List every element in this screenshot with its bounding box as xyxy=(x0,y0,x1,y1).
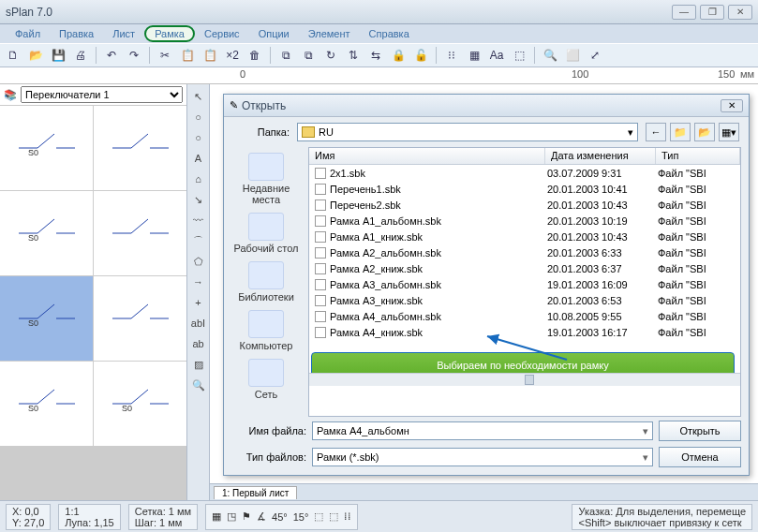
toolbar-button[interactable]: ▦ xyxy=(465,46,483,65)
minimize-button[interactable]: — xyxy=(672,5,696,20)
toolbar-button[interactable]: 📋 xyxy=(201,46,219,65)
file-row[interactable]: Перечень2.sbk20.01.2003 10:43Файл "SBI xyxy=(309,197,740,213)
tool-button[interactable]: ⌂ xyxy=(189,170,208,187)
file-list[interactable]: Имя Дата изменения Тип 2x1.sbk03.07.2009… xyxy=(308,147,741,417)
library-item[interactable]: S0 xyxy=(0,106,93,190)
menu-элемент[interactable]: Элемент xyxy=(299,26,360,41)
menu-файл[interactable]: Файл xyxy=(6,26,50,41)
library-item[interactable]: S0 xyxy=(0,276,93,361)
status-tool[interactable]: ⁞⁞ xyxy=(344,510,351,523)
toolbar-button[interactable]: ↶ xyxy=(102,46,121,65)
col-date[interactable]: Дата изменения xyxy=(545,148,656,164)
toolbar-button[interactable]: ⬜ xyxy=(563,46,582,65)
folder-combo[interactable]: RU ▾ xyxy=(297,123,638,141)
menu-сервис[interactable]: Сервис xyxy=(195,26,249,41)
tool-button[interactable]: A xyxy=(189,150,208,167)
toolbar-button[interactable]: 🔍 xyxy=(541,46,559,65)
place-item[interactable]: Библиотеки xyxy=(230,259,302,304)
tool-button[interactable]: 🔍 xyxy=(189,377,208,393)
dialog-close-button[interactable]: ✕ xyxy=(721,99,743,112)
toolbar-button[interactable]: ⬚ xyxy=(510,46,528,65)
tool-button[interactable]: ab xyxy=(189,335,208,352)
file-row[interactable]: Перечень1.sbk20.01.2003 10:41Файл "SBI xyxy=(309,181,740,197)
close-button[interactable]: ✕ xyxy=(728,5,752,20)
tool-button[interactable]: abI xyxy=(189,315,208,332)
sheet-tab[interactable]: 1: Первый лист xyxy=(214,486,297,499)
library-item[interactable]: S0 xyxy=(94,362,186,446)
library-item[interactable]: S0 xyxy=(0,362,93,446)
file-row[interactable]: Рамка А1_альбомн.sbk20.01.2003 10:19Файл… xyxy=(309,213,740,229)
toolbar-button[interactable]: 🗋 xyxy=(4,46,22,65)
col-type[interactable]: Тип xyxy=(656,148,740,164)
toolbar-button[interactable]: 🔓 xyxy=(411,46,430,65)
maximize-button[interactable]: ❐ xyxy=(700,5,724,20)
file-row[interactable]: Рамка А4_альбомн.sbk10.08.2005 9:55Файл … xyxy=(309,308,740,324)
toolbar-button[interactable]: ⇆ xyxy=(366,46,385,65)
file-row[interactable]: 2x1.sbk03.07.2009 9:31Файл "SBI xyxy=(309,165,740,181)
file-row[interactable]: Рамка А3_альбомн.sbk19.01.2003 16:09Файл… xyxy=(309,276,740,292)
toolbar-button[interactable]: 🔒 xyxy=(389,46,408,65)
tool-button[interactable]: ⬠ xyxy=(189,253,208,270)
menu-опции[interactable]: Опции xyxy=(249,26,299,41)
col-name[interactable]: Имя xyxy=(309,148,545,164)
file-row[interactable]: Рамка А3_книж.sbk20.01.2003 6:53Файл "SB… xyxy=(309,292,740,308)
tool-button[interactable]: ↘ xyxy=(189,191,208,208)
menu-рамка[interactable]: Рамка xyxy=(144,25,195,42)
library-select[interactable]: Переключатели 1 xyxy=(21,86,183,103)
file-row[interactable]: Рамка А2_альбомн.sbk20.01.2003 6:33Файл … xyxy=(309,244,740,260)
status-tool[interactable]: ⬚ xyxy=(314,510,323,523)
open-button[interactable]: Открыть xyxy=(659,421,741,441)
tool-button[interactable]: ▨ xyxy=(189,356,208,373)
toolbar-button[interactable]: ⧉ xyxy=(299,46,318,65)
filetype-combo[interactable]: Рамки (*.sbk) xyxy=(312,448,653,466)
toolbar-button[interactable]: ✂ xyxy=(156,46,174,65)
tool-button[interactable]: + xyxy=(189,294,208,311)
tool-button[interactable]: ○ xyxy=(189,129,208,146)
toolbar-button[interactable]: ↷ xyxy=(125,46,143,65)
toolbar-button[interactable]: Aa xyxy=(487,46,506,65)
toolbar-button[interactable]: 📋 xyxy=(178,46,197,65)
toolbar-button[interactable]: ⁝⁝ xyxy=(442,46,461,65)
toolbar-button[interactable]: ⧉ xyxy=(276,46,295,65)
toolbar-button[interactable]: ⇅ xyxy=(344,46,363,65)
status-tool[interactable]: ∡ xyxy=(257,510,266,523)
place-item[interactable]: Рабочий стол xyxy=(230,211,302,256)
tool-button[interactable]: ⌒ xyxy=(189,232,208,249)
tool-button[interactable]: ↖ xyxy=(189,88,208,105)
back-button[interactable]: ← xyxy=(646,123,666,141)
tool-button[interactable]: ○ xyxy=(189,109,208,126)
library-item[interactable] xyxy=(94,276,186,361)
place-item[interactable]: Недавние места xyxy=(230,151,302,207)
tool-button[interactable]: 〰 xyxy=(189,212,208,229)
place-item[interactable]: Компьютер xyxy=(230,308,302,353)
library-item[interactable] xyxy=(94,191,186,275)
menu-правка[interactable]: Правка xyxy=(50,26,103,41)
file-row[interactable]: Рамка А1_книж.sbk20.01.2003 10:43Файл "S… xyxy=(309,229,740,244)
status-tool[interactable]: ⚑ xyxy=(242,510,251,523)
toolbar-button[interactable]: ⤢ xyxy=(586,46,604,65)
status-tool[interactable]: 15° xyxy=(293,511,309,523)
status-tool[interactable]: ▦ xyxy=(212,510,221,523)
toolbar-button[interactable]: ×2 xyxy=(223,46,242,65)
toolbar-button[interactable]: 🖨 xyxy=(71,46,90,65)
toolbar-button[interactable]: ↻ xyxy=(321,46,340,65)
library-item[interactable] xyxy=(94,106,186,190)
up-button[interactable]: 📁 xyxy=(670,123,691,141)
status-tool[interactable]: 45° xyxy=(272,511,288,523)
toolbar-button[interactable]: 🗑 xyxy=(245,46,264,65)
toolbar-button[interactable]: 📂 xyxy=(26,46,45,65)
new-folder-button[interactable]: 📂 xyxy=(694,123,715,141)
horizontal-scrollbar[interactable] xyxy=(309,373,740,386)
view-button[interactable]: ▦▾ xyxy=(719,123,739,141)
cancel-button[interactable]: Отмена xyxy=(659,447,741,467)
filename-input[interactable]: Рамка А4_альбомн xyxy=(312,421,653,440)
file-row[interactable]: Рамка А2_книж.sbk20.01.2003 6:37Файл "SB… xyxy=(309,260,740,276)
menu-справка[interactable]: Справка xyxy=(360,26,419,41)
place-item[interactable]: Сеть xyxy=(230,357,302,402)
file-row[interactable]: Рамка А4_книж.sbk19.01.2003 16:17Файл "S… xyxy=(309,324,740,340)
status-tool[interactable]: ◳ xyxy=(227,510,236,523)
menu-лист[interactable]: Лист xyxy=(103,26,144,41)
tool-button[interactable]: → xyxy=(189,273,208,290)
status-tool[interactable]: ⬚ xyxy=(329,510,338,523)
library-item[interactable]: S0 xyxy=(0,191,93,275)
